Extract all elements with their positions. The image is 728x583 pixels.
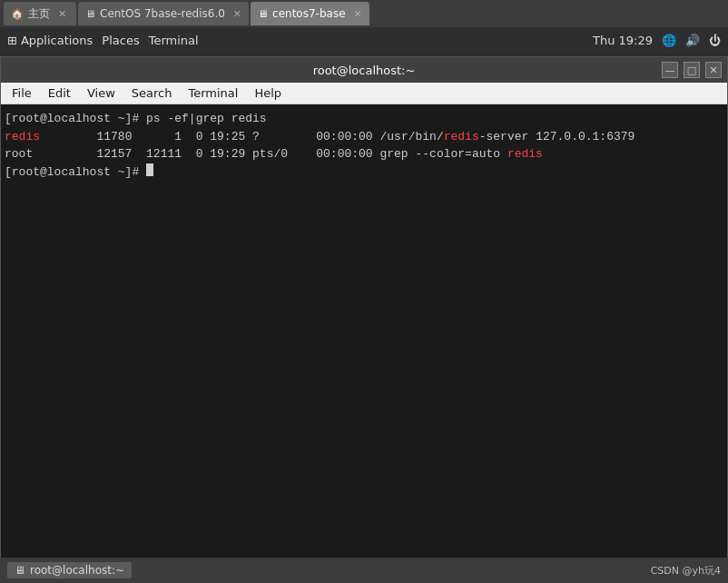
terminal-icon-2: 🖥: [258, 8, 268, 20]
term-text-1: [root@localhost ~]# ps -ef|grep redis: [5, 110, 267, 128]
bottom-taskbar: 🖥 root@localhost:~ CSDN @yh玩4: [0, 558, 728, 583]
terminal-line-3: root 12157 12111 0 19:29 pts/0 00:00:00 …: [5, 145, 723, 163]
terminal-menu[interactable]: Terminal: [149, 34, 199, 47]
terminal-menubar: File Edit View Search Terminal Help: [1, 83, 727, 104]
menu-terminal[interactable]: Terminal: [181, 84, 245, 102]
window-title: root@localhost:~: [313, 64, 416, 77]
tab-centos7[interactable]: 🖥 centos7-base ✕: [251, 2, 369, 25]
bottom-terminal-icon: 🖥: [15, 564, 25, 577]
apps-icon: ⊞: [7, 34, 17, 47]
bottom-terminal-label: root@localhost:~: [30, 564, 124, 577]
places-label: Places: [102, 34, 139, 47]
volume-icon: 🔊: [685, 34, 700, 47]
watermark-text: CSDN @yh玩4: [651, 565, 721, 577]
applications-menu[interactable]: ⊞ Applications: [7, 34, 93, 47]
tab-home-label: 主页: [28, 6, 50, 22]
power-icon[interactable]: ⏻: [709, 34, 721, 47]
applications-label: Applications: [21, 34, 93, 47]
sysbar-left: ⊞ Applications Places Terminal: [7, 34, 199, 47]
menu-help[interactable]: Help: [247, 84, 289, 102]
system-bar: ⊞ Applications Places Terminal Thu 19:29…: [0, 27, 728, 53]
tab-centos7-label: centos7-base: [272, 7, 345, 20]
home-icon: 🏠: [11, 8, 24, 20]
term-prompt: [root@localhost ~]#: [5, 163, 146, 182]
window-controls: — □ ✕: [662, 62, 722, 78]
sysbar-right: Thu 19:29 🌐 🔊 ⏻: [593, 34, 721, 47]
tab-home-close[interactable]: ✕: [58, 8, 66, 20]
terminal-line-1: [root@localhost ~]# ps -ef|grep redis: [5, 110, 723, 128]
terminal-window: root@localhost:~ — □ ✕ File Edit View Se…: [0, 56, 728, 574]
term-redis-bin: redis: [444, 128, 479, 146]
menu-view[interactable]: View: [80, 84, 123, 102]
minimize-button[interactable]: —: [662, 62, 678, 78]
browser-tabbar: 🏠 主页 ✕ 🖥 CentOS 7base-redis6.0 ✕ 🖥 cento…: [0, 0, 728, 27]
term-grep-line: root 12157 12111 0 19:29 pts/0 00:00:00 …: [5, 145, 507, 163]
terminal-label: Terminal: [149, 34, 199, 47]
window-titlebar: root@localhost:~ — □ ✕: [1, 57, 727, 83]
terminal-content[interactable]: [root@localhost ~]# ps -ef|grep redis re…: [1, 104, 727, 573]
close-button[interactable]: ✕: [705, 62, 722, 78]
terminal-icon-1: 🖥: [85, 8, 95, 20]
term-proc-info: 11780 1 0 19:25 ? 00:00:00 /usr/bin/: [40, 128, 444, 146]
tab-centos7-close[interactable]: ✕: [354, 8, 362, 20]
term-server-info: -server 127.0.0.1:6379: [479, 128, 635, 146]
network-icon: 🌐: [662, 34, 676, 47]
terminal-line-4: [root@localhost ~]#: [5, 163, 723, 182]
places-menu[interactable]: Places: [102, 34, 139, 47]
bottom-right: CSDN @yh玩4: [651, 564, 721, 578]
maximize-button[interactable]: □: [684, 62, 700, 78]
clock: Thu 19:29: [593, 34, 653, 47]
terminal-line-2: redis 11780 1 0 19:25 ? 00:00:00 /usr/bi…: [5, 128, 723, 146]
menu-edit[interactable]: Edit: [41, 84, 78, 102]
menu-search[interactable]: Search: [124, 84, 180, 102]
tab-home[interactable]: 🏠 主页 ✕: [4, 2, 76, 25]
tab-redis6-label: CentOS 7base-redis6.0: [100, 7, 225, 20]
term-grep-redis: redis: [507, 145, 543, 163]
tab-redis6-close[interactable]: ✕: [233, 8, 241, 20]
term-user-redis: redis: [5, 128, 40, 146]
menu-file[interactable]: File: [5, 84, 39, 102]
bottom-left: 🖥 root@localhost:~: [7, 562, 132, 578]
taskbar-terminal-task[interactable]: 🖥 root@localhost:~: [7, 562, 132, 578]
term-cursor: [146, 163, 153, 176]
tab-redis6[interactable]: 🖥 CentOS 7base-redis6.0 ✕: [78, 2, 249, 25]
